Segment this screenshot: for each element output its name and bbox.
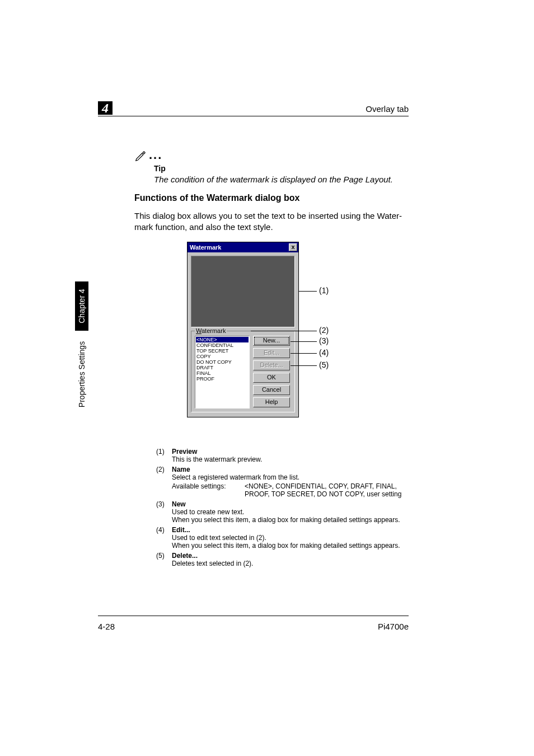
list-item[interactable]: COPY [196,354,249,359]
section-body: This dialog box allows you to set the te… [134,210,409,233]
callout-line-4 [291,353,317,354]
callout-line-5 [291,365,317,366]
description-list: (1) Preview This is the watermark previe… [156,448,408,570]
close-button[interactable]: x [289,243,297,251]
callout-5: (5) [319,360,329,369]
sidebar-tab-chapter-label: Chapter 4 [77,289,86,323]
desc-line: Deletes text selected in (2). [172,560,408,567]
desc-num-4: (4) [156,526,172,550]
pencil-icon [134,150,147,162]
sidebar-tab-chapter: Chapter 4 [75,281,88,331]
watermark-listbox[interactable]: <NONE> CONFIDENTIAL TOP SECRET COPY DO N… [195,336,250,408]
desc-num-2: (2) [156,466,172,498]
watermark-dialog: Watermark x Watermark <NONE> CONFIDENTIA… [187,242,299,417]
section-heading: Functions of the Watermark dialog box [134,193,299,203]
callout-line-3 [291,341,317,342]
callout-2: (2) [319,326,329,335]
page-number: 4-28 [98,622,115,631]
delete-button[interactable]: Delete... [253,360,290,370]
desc-line: When you select this item, a dialog box … [172,516,408,524]
dialog-title: Watermark [190,244,221,251]
group-title: Watermark [195,327,227,334]
available-label: Available settings: [172,482,245,498]
desc-line: Used to edit text selected in (2). [172,534,408,542]
cancel-button[interactable]: Cancel [253,385,290,395]
desc-title-2: Name [172,466,408,473]
chapter-badge: 4 [98,101,113,115]
desc-title-3: New [172,500,408,508]
sidebar-tab-section-label: Properties Settings [77,341,86,407]
list-item[interactable]: FINAL [196,370,249,376]
desc-num-1: (1) [156,448,172,463]
dialog-titlebar: Watermark x [188,242,298,252]
new-button[interactable]: New... [253,336,290,346]
list-item[interactable]: <NONE> [196,337,249,342]
desc-row: (1) Preview This is the watermark previe… [156,448,408,463]
list-item[interactable]: TOP SECRET [196,348,249,354]
button-column: New... Edit... Delete... OK Cancel Help [253,336,290,408]
callout-3: (3) [319,336,329,345]
page-footer: 4-28 Pi4700e [98,616,409,631]
desc-line: Used to create new text. [172,508,408,516]
edit-button[interactable]: Edit... [253,348,290,358]
list-item[interactable]: CONFIDENTIAL [196,342,249,348]
desc-num-3: (3) [156,500,172,524]
tip-text: The condition of the watermark is displa… [154,175,393,184]
desc-line: When you select this item, a dialog box … [172,542,408,550]
tip-label: Tip [154,164,166,173]
list-item[interactable]: DO NOT COPY [196,359,249,365]
help-button[interactable]: Help [253,397,290,407]
available-value: <NONE>, CONFIDENTIAL, COPY, DRAFT, FINAL… [245,482,408,498]
desc-title-4: Edit... [172,526,408,534]
desc-title-1: Preview [172,448,408,456]
desc-title-5: Delete... [172,552,408,560]
header-section-title: Overlay tab [366,104,409,114]
group-title-accel: W [196,327,202,334]
available-settings: Available settings: <NONE>, CONFIDENTIAL… [172,482,408,498]
product-name: Pi4700e [378,622,409,631]
desc-line: Select a registered watermark from the l… [172,473,408,481]
callout-4: (4) [319,348,329,357]
tip-icon-row: ... [134,150,162,162]
watermark-group: Watermark <NONE> CONFIDENTIAL TOP SECRET… [191,331,295,412]
page-header: 4 Overlay tab [98,115,409,116]
callout-line-1 [299,291,317,292]
desc-row: (2) Name Select a registered watermark f… [156,466,408,498]
desc-row: (5) Delete... Deletes text selected in (… [156,552,408,567]
sidebar-tab-section: Properties Settings [75,331,88,418]
ok-button[interactable]: OK [253,373,290,383]
tip-dots: ... [149,149,162,161]
desc-num-5: (5) [156,552,172,567]
desc-row: (4) Edit... Used to edit text selected i… [156,526,408,550]
list-item[interactable]: DRAFT [196,365,249,370]
desc-line: This is the watermark preview. [172,456,408,463]
watermark-preview [191,256,295,327]
group-title-rest: atermark [202,327,226,334]
list-item[interactable]: PROOF [196,376,249,382]
callout-line-2 [251,331,317,331]
callout-1: (1) [319,286,329,295]
desc-row: (3) New Used to create new text. When yo… [156,500,408,524]
